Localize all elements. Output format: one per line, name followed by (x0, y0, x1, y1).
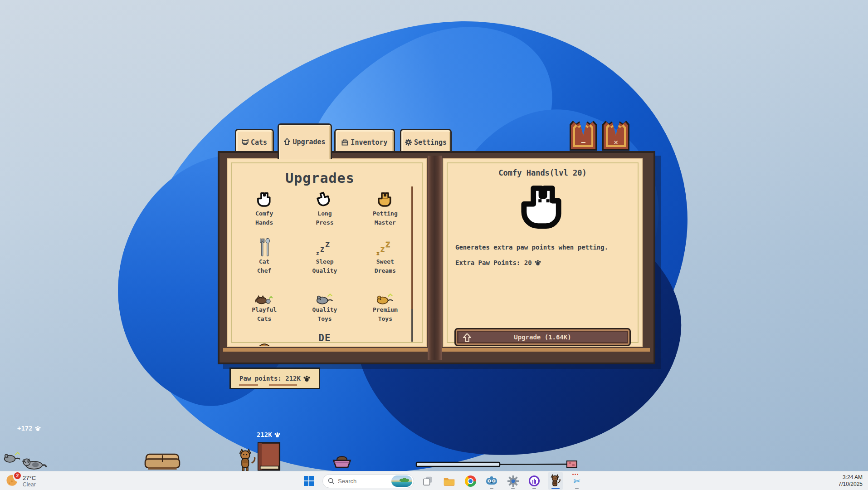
scrollbar-thumb[interactable] (411, 309, 413, 342)
tab-cats[interactable]: Cats (235, 129, 274, 154)
tab-settings-label: Settings (414, 138, 447, 147)
snipping-tool-icon: ✂ (573, 476, 580, 486)
minimize-button[interactable]: − (570, 121, 597, 151)
search-highlight-image[interactable] (391, 475, 412, 487)
paw-points-badge: Paw points: 212K (229, 368, 320, 389)
search-box[interactable] (322, 474, 414, 488)
weather-temperature: 27°C (23, 475, 36, 481)
chrome-button[interactable] (463, 472, 478, 490)
svg-text:Z: Z (380, 246, 385, 253)
file-explorer-icon (443, 475, 455, 486)
paw-icon (274, 432, 280, 438)
godot-icon (486, 475, 497, 486)
task-view-icon (422, 475, 433, 486)
running-indicator (532, 488, 536, 489)
upgrade-item-partial[interactable] (234, 333, 294, 347)
brown-book[interactable] (257, 442, 281, 471)
file-explorer-button[interactable] (441, 472, 457, 490)
gray-cat[interactable] (21, 456, 47, 470)
windows-logo-icon (304, 476, 314, 486)
close-icon: ✕ (602, 138, 629, 146)
weather-widget[interactable]: 2 27°C Clear (5, 471, 36, 490)
close-button[interactable]: ✕ (602, 121, 629, 151)
badge-stitch (269, 384, 297, 386)
start-button[interactable] (301, 472, 317, 490)
upgrade-item-quality-toys[interactable]: Quality Toys (294, 284, 355, 333)
paw-icon (303, 375, 310, 382)
taskbar-clock[interactable]: 3:24 AM 7/10/2025 (839, 471, 863, 490)
weather-badge: 2 (14, 472, 21, 479)
taskbar: 2 27°C Clear (0, 471, 868, 490)
upgrade-item-playful-cats[interactable]: Playful Cats (234, 284, 294, 333)
running-indicator (490, 488, 493, 489)
upgrade-item-sweet-dreams[interactable]: zZZ Sweet Dreams (355, 236, 415, 284)
cat-paw-gain: 212K (257, 431, 280, 438)
paw-icon (35, 426, 41, 431)
task-view-button[interactable] (420, 472, 435, 490)
upgrade-item-comfy-hands[interactable]: Comfy Hands (234, 188, 294, 236)
utensils-icon (257, 238, 272, 257)
settings-button[interactable] (505, 472, 521, 490)
weather-condition: Clear (23, 481, 36, 488)
upgrades-title: Upgrades (228, 170, 412, 186)
badge-stitch (239, 384, 258, 386)
upgrade-item-long-press[interactable]: Long Press (294, 188, 355, 236)
mouse-toy-gray-icon (315, 293, 335, 305)
upgrade-item-partial-label[interactable]: DE (294, 333, 355, 347)
chrome-icon (465, 475, 476, 487)
running-indicator (511, 488, 515, 489)
paw-gain-indicator: +172 (17, 425, 41, 432)
wand-toy[interactable] (415, 460, 579, 469)
tab-settings[interactable]: Settings (400, 129, 452, 154)
tab-upgrades[interactable]: Upgrades (278, 123, 332, 159)
detail-page: Comfy Hands(lvl 20) Generates extra paw … (443, 158, 643, 347)
upgrade-item-sleep-quality[interactable]: zZZ Sleep Quality (294, 236, 355, 284)
purple-app-button[interactable] (527, 472, 542, 490)
cat-game-icon (550, 474, 561, 488)
food-bowl[interactable] (331, 454, 353, 470)
clock-date: 7/10/2025 (839, 481, 863, 488)
tab-inventory[interactable]: Inventory (334, 129, 395, 154)
gold-hand-icon (376, 191, 394, 209)
cat-game-button[interactable] (548, 472, 563, 490)
couch[interactable] (144, 451, 180, 472)
upgrade-item-petting-master[interactable]: Petting Master (355, 188, 415, 236)
upgrade-grid: Comfy Hands Long Press Petting Master Ca… (234, 188, 415, 347)
godot-button[interactable] (484, 472, 499, 490)
upgrade-stat-line: Extra Paw Points: 20 (455, 259, 541, 266)
mouse-toy-gold-icon (375, 293, 395, 305)
svg-text:z: z (316, 250, 319, 256)
food-bowl-palette-icon (257, 343, 272, 347)
cat-with-toy-icon (255, 292, 274, 305)
upgrade-arrow-icon (463, 333, 471, 342)
upgrade-button-label: Upgrade (1.64K) (514, 333, 571, 341)
orange-cat[interactable] (238, 448, 256, 472)
svg-text:Z: Z (325, 240, 330, 249)
purple-app-icon (529, 475, 540, 486)
running-indicator (575, 488, 579, 489)
white-hand-icon (256, 191, 273, 209)
game-window: Upgrades Comfy Hands Long Press Petting … (218, 151, 655, 364)
upgrade-button[interactable]: Upgrade (1.64K) (454, 328, 631, 346)
cat-face-icon (242, 139, 249, 145)
upgrade-item-cat-chef[interactable]: Cat Chef (234, 236, 294, 284)
box-icon (341, 139, 348, 146)
svg-text:Z: Z (320, 246, 324, 253)
upgrade-item-premium-toys[interactable]: Premium Toys (355, 284, 415, 333)
search-icon (328, 478, 335, 485)
search-input[interactable] (338, 478, 387, 485)
paw-points-label: Paw points: 212K (239, 375, 301, 382)
upgrades-scrollbar[interactable] (411, 186, 413, 342)
mouse-toy[interactable] (2, 451, 23, 464)
upgrades-page: Upgrades Comfy Hands Long Press Petting … (227, 158, 427, 347)
upgrade-description: Generates extra paw points when petting. (455, 244, 608, 251)
settings-gear-icon (507, 475, 519, 487)
comfy-hands-large-icon (444, 182, 642, 235)
snipping-tool-button[interactable]: ✂ (569, 472, 585, 490)
taskbar-center: ✂ (301, 471, 585, 490)
up-arrow-icon (284, 138, 290, 145)
desktop: Cats Upgrades Inventory Settings − ✕ Upg… (0, 0, 868, 490)
clock-time: 3:24 AM (839, 474, 863, 481)
gear-icon (405, 139, 412, 146)
upgrade-detail-title: Comfy Hands(lvl 20) (444, 168, 642, 177)
